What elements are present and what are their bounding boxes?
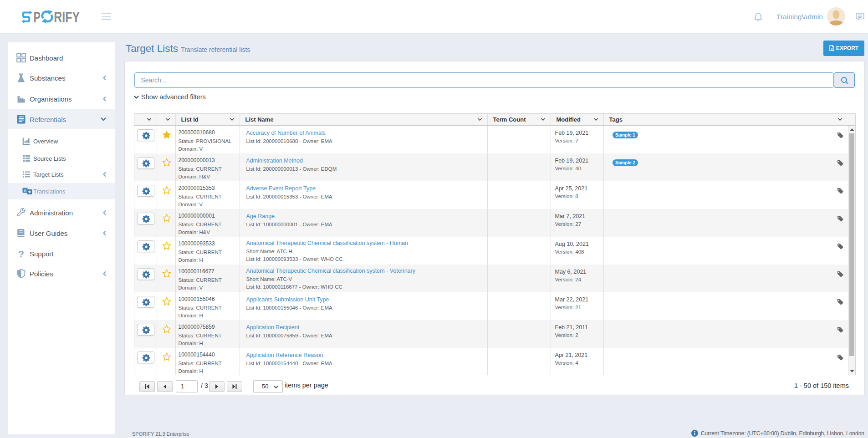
svg-text:A: A (24, 188, 27, 193)
svg-text:RIFY: RIFY (54, 10, 80, 24)
svg-text:P: P (34, 10, 41, 24)
svg-text:x: x (831, 47, 832, 51)
